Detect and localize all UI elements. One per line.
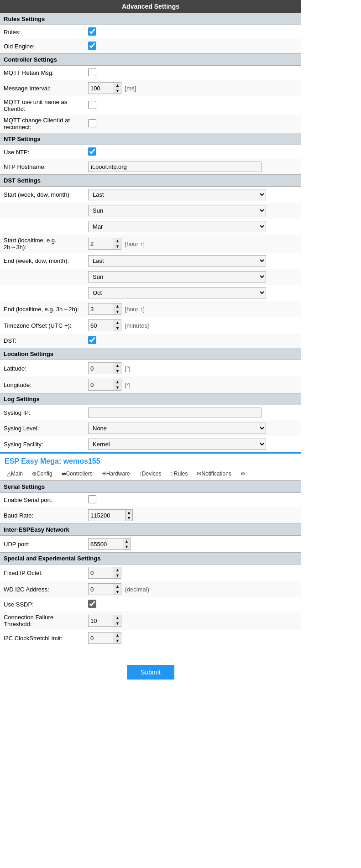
timezone-input[interactable]: [89, 321, 114, 330]
wd-i2c-input[interactable]: [89, 585, 114, 594]
latitude-input[interactable]: [89, 364, 114, 373]
latitude-down[interactable]: ▼: [114, 368, 121, 374]
latitude-up[interactable]: ▲: [114, 363, 121, 368]
wd-i2c-down[interactable]: ▼: [114, 589, 121, 595]
use-ntp-checkbox[interactable]: [88, 147, 96, 156]
msg-interval-input[interactable]: [89, 84, 114, 93]
msg-interval-up[interactable]: ▲: [114, 83, 121, 88]
syslog-facility-select[interactable]: KernelUserDaemonMessages: [88, 439, 266, 450]
controller-settings-header: Controller Settings: [0, 53, 301, 66]
conn-failure-up[interactable]: ▲: [114, 615, 121, 621]
start-dow-select[interactable]: SunMonTueWedThuFriSat: [88, 205, 266, 216]
mqtt-unit-name-label: MQTT use unit name as ClientId:: [0, 96, 84, 115]
conn-failure-wrap: ▲ ▼: [88, 615, 121, 627]
start-month-select[interactable]: JanFebMarAprMayJunJulAugSepOctNovDec: [88, 221, 266, 232]
submit-button[interactable]: Submit: [127, 665, 174, 680]
udp-port-down[interactable]: ▼: [123, 544, 130, 549]
end-localtime-wrap: ▲ ▼: [88, 303, 121, 315]
dst-checkbox[interactable]: [88, 336, 96, 344]
mqtt-change-checkbox[interactable]: [88, 119, 96, 127]
controller-settings-table: MQTT Retain Msg: Message Interval: ▲ ▼ […: [0, 66, 301, 133]
udp-port-row: UDP port: ▲ ▼: [0, 536, 301, 552]
conn-failure-row: Connection Failure Threshold: ▲ ▼: [0, 612, 301, 630]
longitude-up[interactable]: ▲: [114, 379, 121, 385]
latitude-spinners: ▲ ▼: [114, 363, 121, 374]
msg-interval-down[interactable]: ▼: [114, 88, 121, 94]
timezone-down[interactable]: ▼: [114, 325, 121, 331]
tab-rules[interactable]: :-Rules: [166, 468, 192, 479]
enable-serial-checkbox[interactable]: [88, 495, 96, 503]
ntp-hostname-label: NTP Hostname:: [0, 159, 84, 174]
fixed-ip-input[interactable]: [89, 569, 114, 577]
submit-area: Submit: [0, 656, 301, 689]
baud-rate-up[interactable]: ▲: [126, 510, 132, 515]
syslog-ip-row: Syslog IP:: [0, 405, 301, 420]
mqtt-unit-name-checkbox[interactable]: [88, 101, 96, 109]
wd-i2c-up[interactable]: ▲: [114, 584, 121, 589]
end-week-label: End (week, dow, month):: [0, 253, 84, 269]
longitude-down[interactable]: ▼: [114, 385, 121, 390]
nav-title: ESP Easy Mega: wemos155: [0, 454, 301, 467]
end-dow-row: SunMonTueWedThuFriSat: [0, 269, 301, 285]
baud-rate-down[interactable]: ▼: [126, 515, 132, 521]
start-localtime-row: Start (localtime, e.g. 2h→3h): ▲ ▼ [hour…: [0, 235, 301, 253]
syslog-level-select[interactable]: NoneErrorInfoDebugDebug More: [88, 423, 266, 434]
timezone-up[interactable]: ▲: [114, 320, 121, 325]
tab-controllers[interactable]: ⇌Controllers: [57, 468, 97, 479]
mqtt-retain-row: MQTT Retain Msg:: [0, 66, 301, 80]
end-month-row: JanFebMarAprMayJunJulAugSepOctNovDec: [0, 285, 301, 301]
start-dow-row: SunMonTueWedThuFriSat: [0, 203, 301, 219]
longitude-input[interactable]: [89, 381, 114, 389]
i2c-clock-input[interactable]: [89, 634, 114, 643]
syslog-level-row: Syslog Level: NoneErrorInfoDebugDebug Mo…: [0, 420, 301, 436]
syslog-ip-input[interactable]: [88, 408, 262, 418]
fixed-ip-up[interactable]: ▲: [114, 567, 121, 573]
timezone-spinners: ▲ ▼: [114, 320, 121, 331]
start-localtime-input[interactable]: [89, 240, 114, 248]
end-localtime-down[interactable]: ▼: [114, 309, 121, 314]
conn-failure-down[interactable]: ▼: [114, 621, 121, 626]
start-localtime-up[interactable]: ▲: [114, 238, 121, 244]
old-engine-checkbox[interactable]: [88, 42, 96, 50]
end-month-select[interactable]: JanFebMarAprMayJunJulAugSepOctNovDec: [88, 287, 266, 298]
dst-settings-header: DST Settings: [0, 174, 301, 187]
rules-checkbox[interactable]: [88, 27, 96, 36]
udp-port-up[interactable]: ▲: [123, 539, 130, 544]
tab-main[interactable]: △Main: [2, 468, 27, 479]
conn-failure-input[interactable]: [89, 617, 114, 625]
timezone-wrap: ▲ ▼: [88, 319, 121, 331]
end-localtime-input[interactable]: [89, 305, 114, 314]
wd-i2c-row: WD I2C Address: ▲ ▼ (decimal): [0, 581, 301, 597]
ntp-settings-table: Use NTP: NTP Hostname:: [0, 145, 301, 174]
tab-notifications[interactable]: ✉Notifications: [192, 468, 235, 479]
start-localtime-label: Start (localtime, e.g. 2h→3h):: [0, 235, 84, 253]
mqtt-retain-checkbox[interactable]: [88, 68, 96, 76]
dst-label: DST:: [0, 334, 84, 348]
start-localtime-down[interactable]: ▼: [114, 244, 121, 249]
use-ssdp-checkbox[interactable]: [88, 600, 96, 608]
inter-esp-header: Inter-ESPEasy Network: [0, 523, 301, 536]
baud-rate-input[interactable]: [89, 511, 125, 520]
inter-esp-table: UDP port: ▲ ▼: [0, 536, 301, 552]
udp-port-input[interactable]: [89, 540, 123, 549]
i2c-clock-down[interactable]: ▼: [114, 638, 121, 643]
special-settings-table: Fixed IP Octet: ▲ ▼ WD I2C Address: ▲ ▼ …: [0, 565, 301, 646]
i2c-clock-up[interactable]: ▲: [114, 633, 121, 638]
end-week-select[interactable]: Last1st2nd3rd4th: [88, 255, 266, 267]
i2c-clock-row: I2C ClockStretchLimit: ▲ ▼: [0, 630, 301, 646]
fixed-ip-spinners: ▲ ▼: [114, 567, 121, 578]
rules-label: Rules:: [0, 25, 84, 39]
fixed-ip-down[interactable]: ▼: [114, 573, 121, 578]
baud-rate-spinners: ▲ ▼: [125, 510, 132, 521]
tab-hardware[interactable]: ✳Hardware: [97, 468, 135, 479]
log-settings-header: Log Settings: [0, 393, 301, 405]
start-week-select[interactable]: Last1st2nd3rd4th: [88, 189, 266, 200]
baud-rate-wrap: ▲ ▼: [88, 509, 133, 521]
end-dow-select[interactable]: SunMonTueWedThuFriSat: [88, 271, 266, 282]
tab-devices[interactable]: ↑Devices: [135, 468, 166, 479]
end-localtime-up[interactable]: ▲: [114, 303, 121, 309]
tab-settings[interactable]: ⚙: [236, 468, 250, 479]
end-localtime-row: End (localtime, e.g. 3h→2h): ▲ ▼ [hour ↑…: [0, 301, 301, 317]
ntp-hostname-input[interactable]: [88, 162, 262, 172]
tab-config[interactable]: ⊕Config: [27, 468, 57, 479]
